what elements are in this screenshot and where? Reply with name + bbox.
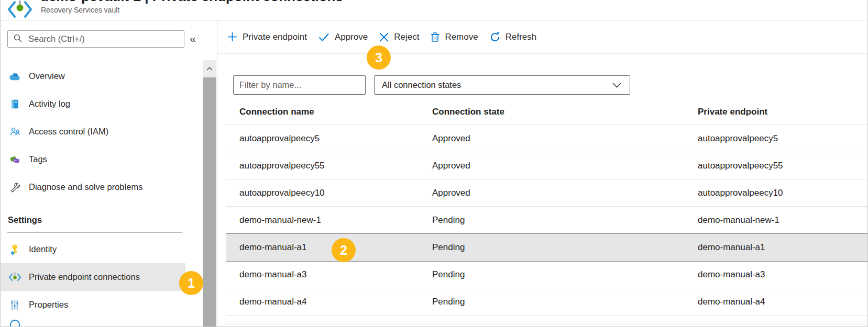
private-endpoint-link[interactable]: autoapprovalpeecy55	[698, 152, 783, 179]
filter-placeholder: Filter by name...	[239, 80, 301, 90]
sidebar-scrollbar[interactable]	[203, 60, 216, 327]
sidebar-item-activity-log[interactable]: Activity log	[1, 90, 185, 118]
search-input[interactable]: Search (Ctrl+/)	[7, 30, 184, 48]
sidebar-item-access-control-iam[interactable]: Access control (IAM)	[1, 118, 185, 145]
private-endpoint-link[interactable]: demo-manual-new-1	[698, 207, 779, 233]
sidebar-item-label: Private endpoint connections	[29, 272, 140, 282]
page-subtitle: Recovery Services vault	[41, 6, 119, 14]
refresh-button[interactable]: Refresh	[490, 32, 537, 42]
sidebar-item-label: Identity	[29, 244, 57, 254]
table-header-row: Connection name Connection state Private…	[226, 99, 868, 125]
table-row[interactable]: demo-manual-new-1Pendingdemo-manual-new-…	[226, 207, 868, 234]
sidebar-collapse-button[interactable]: «	[186, 31, 200, 47]
azure-portal-page: demo-pevault-2 | Private endpoint connec…	[0, 0, 868, 327]
settings-divider	[7, 232, 182, 233]
private-endpoint-page-icon	[7, 1, 33, 18]
search-placeholder: Search (Ctrl+/)	[28, 34, 85, 44]
tags-icon	[8, 154, 21, 165]
table-row[interactable]: demo-manual-a3Pendingdemo-manual-a3	[226, 261, 868, 288]
sidebar-item-label: Overview	[29, 71, 65, 81]
sidebar-item-partial[interactable]	[9, 319, 21, 327]
sidebar-item-label: Tags	[29, 154, 47, 164]
cell-connection-name: autoapprovalpeecy10	[239, 179, 325, 206]
plus-icon	[227, 32, 237, 42]
sidebar-item-private-endpoint-connections[interactable]: Private endpoint connections	[1, 263, 185, 291]
toolbar-button-label: Refresh	[506, 32, 537, 42]
refresh-icon	[490, 32, 500, 42]
sidebar-item-properties[interactable]: Properties	[1, 291, 185, 319]
check-icon	[318, 33, 329, 41]
toolbar-button-label: Approve	[335, 32, 368, 42]
lock-shackle-icon	[10, 320, 20, 327]
column-header-connection-state[interactable]: Connection state	[432, 99, 504, 125]
search-icon	[13, 33, 23, 45]
table-row[interactable]: autoapprovalpeecy5Approvedautoapprovalpe…	[226, 125, 868, 152]
callout-step-2: 2	[332, 238, 356, 262]
iam-icon	[8, 126, 21, 137]
private-endpoint-link[interactable]: autoapprovalpeecy5	[698, 125, 778, 152]
toolbar-button-label: Private endpoint	[243, 32, 307, 42]
column-header-connection-name[interactable]: Connection name	[239, 99, 314, 125]
key-icon	[8, 244, 21, 255]
remove-button[interactable]: Remove	[431, 32, 478, 42]
sidebar-item-label: Properties	[29, 300, 68, 310]
reject-button[interactable]: Reject	[379, 32, 419, 42]
cell-connection-state: Pending	[432, 288, 465, 315]
toolbar-button-label: Reject	[394, 32, 419, 42]
scrollbar-thumb[interactable]	[203, 77, 216, 327]
approve-button[interactable]: Approve	[318, 32, 368, 42]
private-endpoint-icon	[8, 272, 21, 283]
sidebar-item-tags[interactable]: Tags	[1, 145, 185, 173]
private-endpoint-link[interactable]: demo-manual-a1	[698, 234, 765, 261]
connection-state-dropdown[interactable]: All connection states	[374, 75, 630, 95]
cell-connection-state: Pending	[432, 261, 465, 288]
sidebar-item-label: Access control (IAM)	[29, 127, 108, 137]
cell-connection-name: autoapprovalpeecy55	[239, 152, 325, 179]
private-endpoint-button[interactable]: Private endpoint	[227, 32, 307, 42]
page-header: demo-pevault-2 | Private endpoint connec…	[1, 0, 867, 20]
callout-step-1: 1	[179, 271, 203, 295]
private-endpoint-link[interactable]: autoapprovalpeecy10	[698, 179, 783, 206]
callout-step-3: 3	[367, 46, 391, 70]
private-endpoint-link[interactable]: demo-manual-a4	[698, 288, 765, 315]
cell-connection-name: autoapprovalpeecy5	[239, 125, 320, 152]
private-endpoint-link[interactable]: demo-manual-a3	[698, 261, 765, 288]
cloud-icon	[8, 71, 21, 82]
chevron-down-icon	[612, 83, 621, 88]
command-bar: Private endpointApproveRejectRemoveRefre…	[217, 20, 868, 54]
column-header-private-endpoint[interactable]: Private endpoint	[698, 99, 767, 125]
log-icon	[8, 99, 21, 109]
cell-connection-name: demo-manual-a3	[239, 261, 307, 288]
main-content: Private endpointApproveRejectRemoveRefre…	[217, 20, 868, 327]
cell-connection-state: Pending	[432, 207, 465, 233]
table-row[interactable]: demo-manual-a1Pendingdemo-manual-a1	[226, 234, 868, 261]
sidebar-item-diagnose-and-solve-problems[interactable]: Diagnose and solve problems	[1, 173, 185, 201]
trash-icon	[431, 32, 440, 42]
table-row[interactable]: autoapprovalpeecy55Approvedautoapprovalp…	[226, 152, 868, 179]
table-row[interactable]: demo-manual-a4Pendingdemo-manual-a4	[226, 288, 868, 315]
wrench-icon	[8, 182, 21, 193]
cell-connection-state: Approved	[432, 152, 470, 179]
cell-connection-state: Approved	[432, 179, 470, 206]
table-row[interactable]: autoapprovalpeecy10Approvedautoapprovalp…	[226, 179, 868, 207]
table-footer-divider	[226, 324, 868, 325]
page-title: demo-pevault-2 | Private endpoint connec…	[40, 0, 343, 4]
cell-connection-state: Approved	[432, 125, 470, 152]
connections-table: Connection name Connection state Private…	[226, 99, 868, 315]
sidebar-item-label: Diagnose and solve problems	[29, 182, 142, 192]
cell-connection-name: demo-manual-new-1	[239, 207, 321, 233]
toolbar-button-label: Remove	[445, 32, 478, 42]
cell-connection-state: Pending	[432, 234, 465, 261]
settings-section-label: Settings	[1, 212, 185, 228]
scrollbar-up-button[interactable]	[203, 60, 216, 77]
sidebar-nav: OverviewActivity logAccess control (IAM)…	[1, 62, 185, 201]
cell-connection-name: demo-manual-a4	[239, 288, 307, 315]
sidebar-item-overview[interactable]: Overview	[1, 62, 185, 90]
filter-by-name-input[interactable]: Filter by name...	[233, 75, 366, 95]
sidebar-item-identity[interactable]: Identity	[1, 235, 185, 263]
sidebar-item-label: Activity log	[29, 99, 70, 109]
dropdown-value: All connection states	[382, 80, 461, 90]
sliders-icon	[8, 300, 21, 310]
cell-connection-name: demo-manual-a1	[239, 234, 307, 261]
sidebar-settings-section: Settings IdentityPrivate endpoint connec…	[1, 212, 185, 319]
